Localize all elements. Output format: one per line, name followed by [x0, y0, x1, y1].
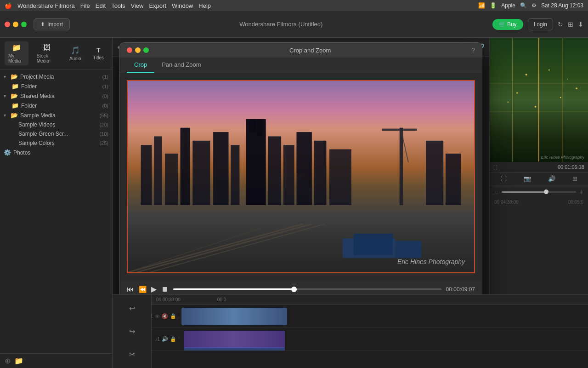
download-icon[interactable]: ⬇ [578, 21, 583, 28]
sidebar-tree: ▾ 📂 Project Media (1) 📁 Folder (1) ▾ 📂 S… [0, 69, 112, 353]
svg-point-36 [535, 106, 537, 108]
menu-export[interactable]: Export [149, 2, 166, 9]
audio-icon: 🎵 [71, 46, 80, 55]
tab-my-media[interactable]: 📁 My Media [5, 41, 28, 65]
modal-minimize-button[interactable] [135, 47, 141, 53]
stop-button[interactable]: ⏹ [161, 285, 169, 293]
tree-sample-colors[interactable]: Sample Colors (25) [0, 138, 112, 148]
svg-rect-9 [257, 119, 262, 136]
svg-rect-26 [395, 241, 421, 258]
tree-sample-media[interactable]: ▾ 📂 Sample Media (55) [0, 110, 112, 120]
train-tracks-svg [128, 200, 474, 272]
prev-frame-button[interactable]: ⏮ [127, 285, 134, 293]
login-button[interactable]: Login [528, 18, 553, 30]
status-battery: 🔋 [490, 2, 497, 9]
timeline-start-time: 00:04:30:00 [494, 200, 519, 205]
main-layout: 📁 My Media 🖼 Stock Media 🎵 Audio T Title… [0, 38, 588, 368]
menu-help[interactable]: Help [198, 2, 211, 9]
apple-menu[interactable]: 🍎 [5, 2, 12, 9]
video-track-header: ⬛1 👁 🔇 🔒 [152, 313, 179, 319]
panel-controls: { } 00:01:06:18 [490, 162, 588, 172]
volume-icon[interactable]: 🔊 [162, 336, 168, 342]
minimize-window-button[interactable] [13, 22, 18, 27]
zoom-out-icon[interactable]: − [494, 188, 498, 196]
tree-project-folder[interactable]: 📁 Folder (1) [0, 81, 112, 91]
progress-bar[interactable] [173, 288, 441, 290]
folder-button[interactable]: 📁 [14, 356, 23, 365]
in-point-icon: { } [493, 165, 498, 170]
svg-line-21 [136, 224, 312, 272]
help-icon[interactable]: ? [471, 46, 475, 54]
audio-track: ♪1 🔊 🔒 [152, 328, 588, 351]
tab-titles[interactable]: T Titles [89, 45, 107, 62]
mute-icon[interactable]: 🔇 [162, 313, 168, 319]
tab-stock-media[interactable]: 🖼 Stock Media [33, 42, 61, 65]
crop-zoom-modal: Crop and Zoom ? Crop Pan and Zoom [119, 42, 482, 294]
menu-file[interactable]: File [80, 2, 90, 9]
timeline-cut-button[interactable]: ✂ [129, 350, 135, 359]
layout-icon[interactable]: ⊞ [568, 21, 573, 28]
timeline-redo-button[interactable]: ↪ [129, 327, 135, 336]
close-window-button[interactable] [5, 22, 10, 27]
menu-tools[interactable]: Tools [111, 2, 125, 9]
audio-lock-icon[interactable]: 🔒 [170, 336, 176, 342]
volume-tool-button[interactable]: 🔊 [548, 175, 555, 182]
menu-edit[interactable]: Edit [96, 2, 106, 9]
chevron-down-icon: ▾ [4, 74, 8, 79]
panel-time: 00:01:06:18 [558, 164, 584, 170]
tree-shared-folder[interactable]: 📁 Folder (0) [0, 101, 112, 110]
svg-rect-15 [400, 128, 403, 205]
audio-clip[interactable] [184, 331, 285, 348]
tree-shared-media[interactable]: ▾ 📂 Shared Media (0) [0, 91, 112, 101]
timeline-undo-button[interactable]: ↩ [129, 304, 135, 313]
video-clip[interactable] [181, 308, 287, 325]
settings-tool-button[interactable]: ⊞ [572, 175, 577, 182]
tree-sample-videos[interactable]: Sample Videos (20) [0, 120, 112, 129]
status-search[interactable]: 🔍 [520, 2, 527, 9]
tab-crop[interactable]: Crop [127, 58, 154, 73]
svg-rect-5 [213, 132, 228, 205]
status-time: Sat 28 Aug 12:03 [541, 2, 583, 9]
play-button[interactable]: ▶ [151, 285, 157, 293]
tree-photos[interactable]: ⚙️ Photos [0, 148, 112, 157]
timeline-tracks: ⬛1 👁 🔇 🔒 [152, 305, 588, 368]
video-preview[interactable]: + Eric Hines Photography [127, 80, 475, 273]
svg-rect-0 [141, 145, 152, 205]
eye-icon[interactable]: 👁 [155, 314, 160, 319]
fullscreen-tool-button[interactable]: ⛶ [501, 175, 507, 182]
snapshot-tool-button[interactable]: 📷 [524, 175, 531, 182]
titles-icon: T [96, 46, 101, 54]
timeline-controls: ↩ ↪ ✂ [113, 295, 152, 368]
import-icon: ⬆ [40, 21, 45, 28]
video-time-label: 00:00:09:07 [446, 286, 475, 293]
import-button[interactable]: ⬆ Import [34, 18, 70, 30]
menu-window[interactable]: Window [172, 2, 193, 9]
tree-sample-green[interactable]: Sample Green Scr... (10) [0, 129, 112, 138]
svg-line-20 [128, 224, 303, 272]
add-media-button[interactable]: ⊕ [5, 356, 11, 365]
tab-pan-zoom[interactable]: Pan and Zoom [154, 58, 208, 73]
timeline-main: 00:00:30:00 00:0 ⬛1 👁 🔇 🔒 [152, 295, 588, 368]
zoom-in-icon[interactable]: + [580, 188, 583, 196]
menu-view[interactable]: View [130, 2, 143, 9]
step-back-button[interactable]: ⏪ [139, 286, 147, 293]
status-control-center[interactable]: ⚙ [531, 2, 537, 9]
app-title: Wondershare Filmora (Untitled) [70, 21, 492, 28]
tree-project-media[interactable]: ▾ 📂 Project Media (1) [0, 72, 112, 81]
preview-watermark: Eric Hines Photography [541, 155, 584, 160]
video-track: ⬛1 👁 🔇 🔒 [152, 305, 588, 328]
svg-point-33 [548, 69, 550, 71]
svg-point-38 [507, 101, 509, 103]
lock-icon[interactable]: 🔒 [170, 313, 176, 319]
modal-close-button[interactable] [127, 47, 132, 53]
tab-audio[interactable]: 🎵 Audio [66, 44, 85, 63]
buy-button[interactable]: 🛒 Buy [492, 19, 523, 30]
zoom-control: − + [490, 185, 588, 198]
refresh-icon[interactable]: ↻ [558, 21, 563, 28]
modal-title: Crop and Zoom [149, 47, 471, 54]
panel-tools: ⛶ 📷 🔊 ⊞ [490, 172, 588, 185]
zoom-slider-track[interactable] [502, 191, 576, 193]
fullscreen-window-button[interactable] [21, 22, 27, 27]
svg-rect-10 [268, 137, 281, 206]
modal-maximize-button[interactable] [143, 47, 149, 53]
